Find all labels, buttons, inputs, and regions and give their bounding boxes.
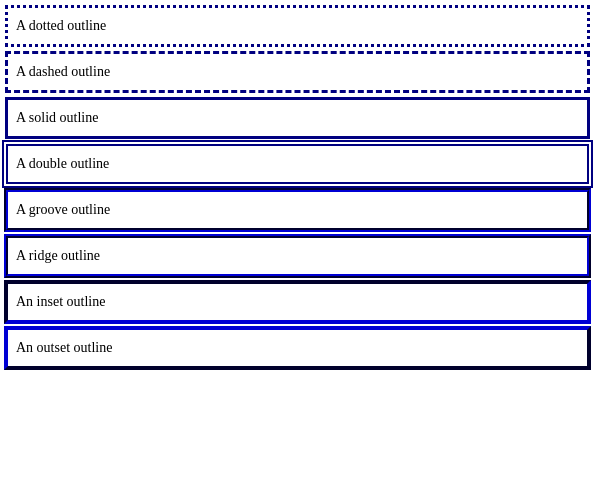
dotted-box-label: A dotted outline (16, 18, 106, 33)
groove-box-label: A groove outline (16, 202, 110, 217)
dotted-box: A dotted outline (8, 8, 587, 44)
inset-box-label: An inset outline (16, 294, 105, 309)
outset-box-label: An outset outline (16, 340, 112, 355)
dashed-box-label: A dashed outline (16, 64, 110, 79)
outset-box: An outset outline (8, 330, 587, 366)
ridge-box: A ridge outline (8, 238, 587, 274)
groove-box: A groove outline (8, 192, 587, 228)
double-box-label: A double outline (16, 156, 109, 171)
inset-box: An inset outline (8, 284, 587, 320)
outline-examples-container: A dotted outlineA dashed outlineA solid … (8, 8, 587, 366)
dashed-box: A dashed outline (8, 54, 587, 90)
ridge-box-label: A ridge outline (16, 248, 100, 263)
solid-box: A solid outline (8, 100, 587, 136)
solid-box-label: A solid outline (16, 110, 98, 125)
double-box: A double outline (8, 146, 587, 182)
